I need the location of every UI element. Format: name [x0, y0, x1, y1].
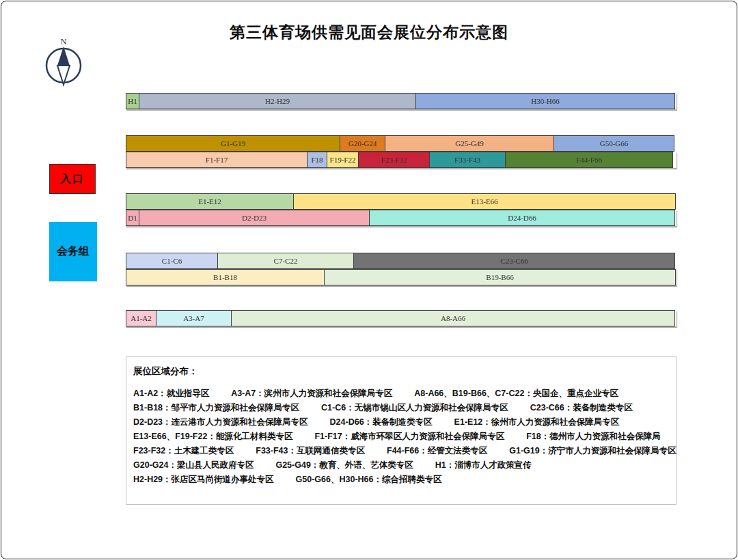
booth-map-page: 第三体育场供需见面会展位分布示意图 N 入口 会务组 H1H2-H29H30-H… [1, 1, 737, 559]
legend-entry: C23-C66：装备制造类专区 [530, 403, 633, 412]
legend-entry: E1-E12：徐州市人力资源和社会保障局专区 [454, 417, 620, 427]
legend-entry-desc: 综合招聘类专区 [382, 475, 442, 484]
legend-entry-code: G50-G66、H30-H66： [296, 475, 382, 484]
legend-box: 展位区域分布： A1-A2：就业指导区A3-A7：滨州市人力资源和社会保障局专区… [126, 356, 676, 505]
legend-entry-code: G1-G19： [509, 446, 548, 456]
legend-entry-code: F1-F17： [314, 432, 351, 441]
legend-entry-code: C23-C66： [530, 403, 573, 412]
legend-entry-code: F33-F43： [256, 446, 297, 456]
legend-entry-code: E1-E12： [454, 417, 491, 427]
booth-segment-h30-h66: H30-H66 [415, 93, 675, 109]
booth-segment-g20-g24: G20-G24 [340, 135, 385, 152]
legend-line: A1-A2：就业指导区A3-A7：滨州市人力资源和社会保障局专区A8-A66、B… [133, 387, 669, 401]
booth-segment-c7-c22: C7-C22 [217, 253, 354, 269]
legend-entry-desc: 淄博市人才政策宣传 [454, 460, 532, 470]
legend-entry-code: F44-F66： [387, 446, 428, 456]
legend-entry-desc: 装备制造类专区 [372, 417, 433, 427]
legend-entry: G20-G24：梁山县人民政府专区 [133, 460, 254, 470]
booth-segment-b19-b66: B19-B66 [324, 269, 676, 285]
legend-line: H2-H29：张店区马尚街道办事处专区G50-G66、H30-H66：综合招聘类… [133, 473, 669, 487]
booth-segment-d2-d23: D2-D23 [139, 210, 370, 226]
legend-entry-desc: 威海市环翠区人力资源和社会保障局专区 [351, 432, 504, 441]
legend-entry-desc: 梁山县人民政府专区 [177, 460, 254, 470]
legend-entry: F44-F66：经管文法类专区 [387, 446, 487, 456]
legend-header: 展位区域分布： [133, 365, 669, 378]
legend-entry-desc: 无锡市锡山区人力资源和社会保障局专区 [355, 403, 508, 412]
compass-north-label: N [60, 36, 67, 46]
legend-entry: D24-D66：装备制造类专区 [330, 417, 433, 427]
legend-entry-desc: 能源化工材料类专区 [216, 432, 293, 441]
legend-entry-code: E13-E66、F19-F22： [133, 432, 216, 441]
legend-entry-desc: 土木建工类专区 [174, 446, 234, 456]
legend-entry-desc: 邹平市人力资源和社会保障局专区 [172, 403, 300, 412]
legend-entry-desc: 经管文法类专区 [428, 446, 488, 456]
north-compass-icon: N [40, 36, 87, 87]
booth-segment-c23-c66: C23-C66 [353, 253, 675, 269]
legend-entry: F23-F32：土木建工类专区 [133, 446, 234, 456]
legend-entry-code: A8-A66、B19-B66、C7-C22： [414, 389, 533, 398]
booth-segment-f23-f32: F23-F32 [358, 152, 430, 168]
booth-row-g: G1-G19G20-G24G25-G49G50-G66 [126, 135, 676, 152]
booth-segment-f44-f66: F44-F66 [505, 152, 673, 168]
booth-row-f: F1-F17F18F19-F22F23-F32F33-F43F44-F66 [126, 152, 676, 168]
booth-segment-g25-g49: G25-G49 [385, 135, 554, 152]
booth-segment-a1-a2: A1-A2 [126, 310, 156, 326]
legend-entry-desc: 滨州市人力资源和社会保障局专区 [264, 389, 393, 398]
legend-entry-desc: 张店区马尚街道办事处专区 [172, 475, 274, 484]
legend-entry: F33-F43：互联网通信类专区 [256, 446, 365, 456]
legend-entry-code: C1-C6： [321, 403, 355, 412]
booth-row-d: D1D2-D23D24-D66 [126, 210, 676, 226]
legend-lines: A1-A2：就业指导区A3-A7：滨州市人力资源和社会保障局专区A8-A66、B… [133, 387, 669, 487]
legend-entry-desc: 就业指导区 [167, 389, 210, 398]
booth-segment-f1-f17: F1-F17 [126, 152, 308, 168]
legend-entry-desc: 装备制造类专区 [573, 403, 633, 412]
legend-entry-desc: 互联网通信类专区 [297, 446, 365, 456]
booth-segment-e1-e12: E1-E12 [126, 193, 294, 210]
legend-entry: F18：德州市人力资源和社会保障局 [526, 432, 661, 441]
booth-segment-a3-a7: A3-A7 [156, 310, 232, 326]
legend-line: D2-D23：连云港市人力资源和社会保障局专区D24-D66：装备制造类专区E1… [133, 415, 669, 430]
legend-entry-code: B1-B18： [133, 403, 172, 412]
booth-segment-e13-e66: E13-E66 [293, 193, 676, 210]
legend-entry: C1-C6：无锡市锡山区人力资源和社会保障局专区 [321, 403, 508, 412]
legend-entry: G50-G66、H30-H66：综合招聘类专区 [296, 475, 442, 484]
booth-segment-g1-g19: G1-G19 [126, 135, 340, 152]
booth-segment-h2-h29: H2-H29 [139, 93, 416, 109]
booth-segment-c1-c6: C1-C6 [126, 253, 218, 269]
legend-entry: B1-B18：邹平市人力资源和社会保障局专区 [133, 403, 299, 412]
legend-entry: H1：淄博市人才政策宣传 [435, 460, 532, 470]
booth-segment-a8-a66: A8-A66 [231, 310, 675, 326]
legend-entry-desc: 济宁市人力资源和社会保障局专区 [548, 446, 676, 456]
legend-entry-desc: 徐州市人力资源和社会保障局专区 [491, 417, 620, 427]
legend-entry: A3-A7：滨州市人力资源和社会保障局专区 [231, 389, 392, 398]
legend-entry: D2-D23：连云港市人力资源和社会保障局专区 [133, 417, 308, 427]
legend-entry-code: A1-A2： [133, 389, 167, 398]
legend-line: B1-B18：邹平市人力资源和社会保障局专区C1-C6：无锡市锡山区人力资源和社… [133, 401, 669, 415]
booth-row-a: A1-A2A3-A7A8-A66 [126, 310, 676, 326]
booth-row-h: H1H2-H29H30-H66 [126, 93, 676, 109]
entrance-box: 入口 [49, 164, 96, 194]
legend-entry-code: H2-H29： [133, 475, 172, 484]
legend-entry: F1-F17：威海市环翠区人力资源和社会保障局专区 [314, 432, 504, 441]
booth-segment-d24-d66: D24-D66 [369, 210, 675, 226]
booth-segment-d1: D1 [126, 210, 139, 226]
booth-row-c: C1-C6C7-C22C23-C66 [126, 253, 676, 269]
legend-entry-code: G25-G49： [275, 460, 319, 470]
legend-entry-desc: 教育、外语、艺体类专区 [319, 460, 413, 470]
booth-row-b: B1-B18B19-B66 [126, 269, 676, 285]
legend-entry-code: H1： [435, 460, 454, 470]
booth-segment-b1-b18: B1-B18 [126, 269, 325, 285]
legend-entry-code: F23-F32： [133, 446, 174, 456]
booth-segment-f19-f22: F19-F22 [327, 152, 359, 168]
legend-entry-desc: 央国企、重点企业专区 [533, 389, 618, 398]
legend-entry: G25-G49：教育、外语、艺体类专区 [275, 460, 413, 470]
legend-line: G20-G24：梁山县人民政府专区G25-G49：教育、外语、艺体类专区H1：淄… [133, 458, 669, 473]
booth-row-e: E1-E12E13-E66 [126, 193, 676, 210]
legend-entry-code: A3-A7： [231, 389, 264, 398]
legend-line: E13-E66、F19-F22：能源化工材料类专区F1-F17：威海市环翠区人力… [133, 430, 669, 444]
legend-entry-code: D24-D66： [330, 417, 373, 427]
legend-entry-desc: 德州市人力资源和社会保障局 [549, 432, 661, 441]
legend-entry-code: G20-G24： [133, 460, 177, 470]
committee-box: 会务组 [49, 222, 97, 281]
booth-segment-g50-g66: G50-G66 [554, 135, 674, 152]
